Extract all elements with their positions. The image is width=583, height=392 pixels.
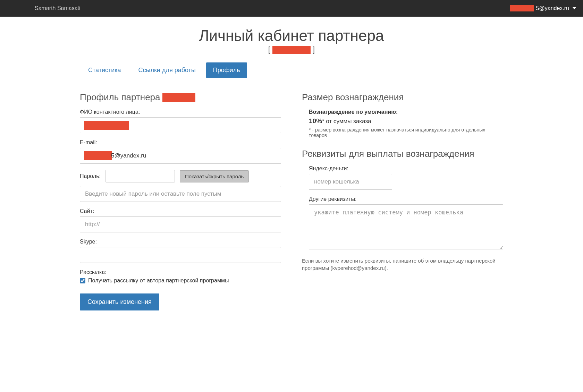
toggle-password-button[interactable]: Показать/скрыть пароль bbox=[180, 170, 249, 182]
page-subtitle: [ ] bbox=[80, 45, 503, 54]
profile-heading: Профиль партнера bbox=[80, 92, 281, 103]
other-details-label: Другие реквизиты: bbox=[309, 196, 503, 202]
mailing-checkbox[interactable] bbox=[80, 278, 85, 283]
other-details-input[interactable] bbox=[309, 204, 503, 249]
mailing-label: Рассылка: bbox=[80, 269, 281, 275]
reward-note: * - размер вознаграждения может назначат… bbox=[309, 127, 503, 138]
fio-label: ФИО контактного лица: bbox=[80, 109, 281, 115]
mailing-checkbox-label: Получать рассылку от автора партнерской … bbox=[88, 278, 229, 284]
yandex-money-input[interactable] bbox=[309, 174, 392, 190]
password-current-input[interactable] bbox=[105, 170, 175, 182]
password-label: Пароль: bbox=[80, 173, 101, 179]
reward-heading: Размер вознаграждения bbox=[302, 92, 503, 103]
chevron-down-icon bbox=[573, 7, 576, 9]
page-title-block: Личный кабинет партнера [ ] bbox=[80, 27, 503, 54]
reward-value: 10%* от суммы заказа bbox=[309, 117, 503, 125]
redacted-email-prefix bbox=[510, 5, 534, 11]
tab-profile[interactable]: Профиль bbox=[206, 62, 247, 78]
payout-footer-note: Если вы хотите изменить реквизиты, напиш… bbox=[302, 257, 503, 272]
skype-label: Skype: bbox=[80, 239, 281, 245]
redacted-partner-name bbox=[162, 93, 195, 102]
email-label: E-mail: bbox=[80, 139, 281, 146]
user-email-suffix: 5@yandex.ru bbox=[536, 5, 569, 11]
redacted-partner-id bbox=[272, 46, 311, 54]
right-column: Размер вознаграждения Вознаграждение по … bbox=[302, 92, 503, 310]
user-menu[interactable]: 5@yandex.ru bbox=[510, 5, 576, 11]
password-new-input[interactable] bbox=[80, 186, 281, 202]
brand-name[interactable]: Samarth Samasati bbox=[35, 5, 81, 11]
tab-statistics[interactable]: Статистика bbox=[81, 62, 128, 78]
site-label: Сайт: bbox=[80, 208, 281, 214]
page-title: Личный кабинет партнера bbox=[80, 27, 503, 44]
topbar: Samarth Samasati 5@yandex.ru bbox=[0, 0, 583, 17]
site-input[interactable] bbox=[80, 216, 281, 232]
redacted-fio bbox=[84, 121, 129, 130]
skype-input[interactable] bbox=[80, 247, 281, 263]
save-button[interactable]: Сохранить изменения bbox=[80, 293, 159, 310]
tabs: Статистика Ссылки для работы Профиль bbox=[80, 62, 503, 78]
reward-default-label: Вознаграждение по умолчанию: bbox=[309, 109, 503, 115]
yandex-money-label: Яндекс-деньги: bbox=[309, 165, 503, 172]
redacted-email bbox=[84, 151, 112, 160]
profile-column: Профиль партнера ФИО контактного лица: E… bbox=[80, 92, 281, 310]
payout-heading: Реквизиты для выплаты вознаграждения bbox=[302, 148, 503, 159]
tab-links[interactable]: Ссылки для работы bbox=[132, 62, 203, 78]
